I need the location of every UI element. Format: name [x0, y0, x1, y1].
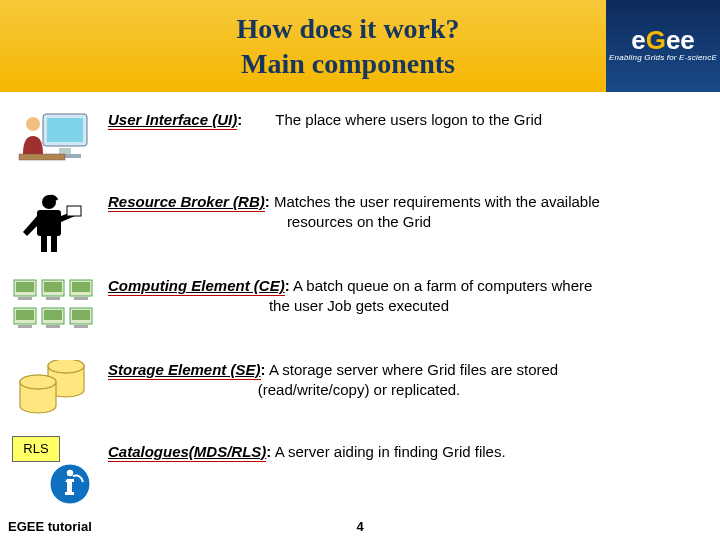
ui-icon: [0, 110, 108, 172]
svg-rect-5: [19, 154, 65, 160]
se-desc-a: A storage server where Grid files are st…: [266, 361, 559, 378]
row-se: Storage Element (SE): A storage server w…: [0, 360, 710, 422]
svg-rect-10: [51, 236, 57, 252]
rb-text: Resource Broker (RB): Matches the user r…: [108, 192, 710, 233]
slide-header: How does it work? Main components eGee E…: [0, 0, 720, 92]
svg-rect-2: [59, 148, 71, 154]
row-ce: Computing Element (CE): A batch queue on…: [0, 276, 710, 336]
svg-rect-22: [18, 325, 32, 328]
title-line-2: Main components: [90, 46, 606, 81]
cat-text: Catalogues(MDS/RLS): A server aiding in …: [108, 442, 710, 462]
footer-page: 4: [356, 519, 363, 534]
svg-point-4: [26, 117, 40, 131]
row-rb: Resource Broker (RB): Matches the user r…: [0, 192, 710, 256]
slide-body: User Interface (UI): The place where use…: [0, 92, 720, 512]
svg-rect-18: [72, 282, 90, 292]
se-term: Storage Element (SE): [108, 361, 261, 378]
slide-footer: EGEE tutorial 4: [0, 512, 720, 540]
footer-left: EGEE tutorial: [0, 519, 92, 534]
row-cat: Catalogues(MDS/RLS): A server aiding in …: [0, 442, 710, 462]
rb-desc-a: Matches the user requirements with the a…: [270, 193, 600, 210]
title-block: How does it work? Main components: [0, 11, 606, 81]
egee-logo: eGee Enabling Grids for E-sciencE: [606, 0, 720, 92]
svg-point-29: [48, 360, 84, 373]
ce-desc-b: the user Job gets executed: [8, 296, 710, 316]
svg-rect-1: [47, 118, 83, 142]
ce-text: Computing Element (CE): A batch queue on…: [108, 276, 710, 317]
ui-desc: The place where users logon to the Grid: [275, 111, 542, 128]
ce-term: Computing Element (CE): [108, 277, 285, 294]
logo-tagline: Enabling Grids for E-sciencE: [609, 54, 717, 63]
se-text: Storage Element (SE): A storage server w…: [108, 360, 710, 401]
svg-rect-15: [44, 282, 62, 292]
ui-term: User Interface (UI): [108, 111, 237, 128]
svg-rect-28: [74, 325, 88, 328]
svg-point-33: [67, 470, 73, 476]
title-line-1: How does it work?: [90, 11, 606, 46]
svg-rect-12: [16, 282, 34, 292]
svg-rect-25: [46, 325, 60, 328]
svg-rect-9: [41, 236, 47, 252]
se-desc-b: (read/write/copy) or replicated.: [8, 380, 710, 400]
rb-desc-b: resources on the Grid: [8, 212, 710, 232]
ce-desc-a: A batch queue on a farm of computers whe…: [290, 277, 593, 294]
logo-text: eGee: [631, 29, 695, 52]
ui-text: User Interface (UI): The place where use…: [108, 110, 710, 130]
rls-chip: RLS: [12, 436, 60, 462]
cat-term: Catalogues(MDS/RLS): [108, 443, 266, 460]
cat-desc: A server aiding in finding Grid files.: [271, 443, 505, 460]
info-icon: [48, 462, 92, 506]
rb-term: Resource Broker (RB): [108, 193, 265, 210]
row-ui: User Interface (UI): The place where use…: [0, 110, 710, 172]
